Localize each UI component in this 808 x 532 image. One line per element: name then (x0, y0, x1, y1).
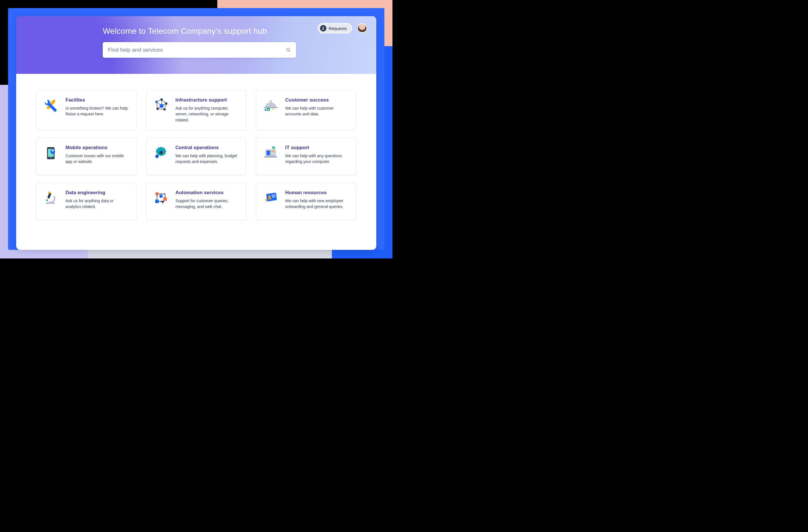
card-infrastructure[interactable]: Infrastructure support Ask us for anythi… (146, 90, 246, 130)
svg-point-11 (160, 104, 164, 108)
card-desc: Support for customer queries, messaging,… (176, 198, 239, 210)
svg-point-7 (161, 98, 163, 101)
svg-marker-48 (265, 199, 267, 202)
search-input[interactable] (108, 47, 286, 53)
search-box[interactable] (103, 42, 296, 58)
requests-button[interactable]: 2 Requests (318, 23, 352, 34)
svg-rect-27 (271, 153, 275, 154)
laptop-icon (263, 145, 279, 161)
card-automation-services[interactable]: Automation services Support for customer… (146, 183, 246, 220)
flowchart-icon (153, 190, 169, 206)
card-title: Automation services (176, 190, 239, 196)
card-desc: We can help with planning, budget reques… (176, 153, 239, 165)
card-title: Data engineering (66, 190, 129, 196)
card-desc: We can help with customer accounts and d… (285, 105, 349, 117)
card-facilities[interactable]: Facilites Is something broken? We can he… (36, 90, 136, 130)
requests-count-badge: 2 (320, 25, 326, 32)
support-hub-window: 2 Requests Welcome to Telecom Company's … (16, 16, 376, 250)
card-central-operations[interactable]: Central operations We can help with plan… (146, 137, 246, 175)
card-title: Central operations (176, 145, 239, 151)
svg-point-28 (272, 146, 275, 149)
card-data-engineering[interactable]: Data engineering Ask us for anything dat… (36, 183, 136, 220)
card-title: IT support (285, 145, 349, 151)
card-mobile-operations[interactable]: Mobile operations Customer issues with o… (36, 137, 136, 175)
card-customer-success[interactable]: Customer success We can help with custom… (256, 90, 356, 130)
svg-point-20 (159, 151, 163, 154)
svg-point-32 (46, 199, 48, 201)
card-it-support[interactable]: IT support We can help with any question… (256, 137, 356, 175)
svg-point-39 (155, 192, 159, 196)
card-desc: Ask us for anything computer, server, ne… (176, 105, 239, 123)
header-right: 2 Requests (318, 23, 367, 34)
cards-area: Facilites Is something broken? We can he… (16, 74, 376, 232)
svg-point-31 (48, 191, 51, 194)
svg-line-1 (289, 51, 290, 52)
phone-icon (43, 145, 59, 161)
svg-point-10 (157, 108, 159, 110)
requests-label: Requests (329, 26, 347, 31)
svg-rect-40 (163, 197, 167, 201)
svg-rect-25 (267, 151, 270, 155)
gear-icon (153, 145, 169, 161)
card-desc: Ask us for anything data or analytics re… (66, 198, 129, 210)
card-desc: Is something broken? We can help. Raise … (66, 105, 129, 117)
svg-rect-26 (271, 151, 275, 152)
card-desc: Customer issues with our mobile app or w… (66, 153, 129, 165)
svg-rect-12 (264, 107, 278, 108)
svg-point-15 (264, 109, 267, 111)
svg-point-22 (156, 155, 158, 157)
svg-point-13 (270, 100, 272, 102)
badge-icon (263, 190, 279, 206)
svg-point-19 (52, 150, 54, 151)
microscope-icon (43, 190, 59, 206)
card-desc: We can help with any questions regarding… (285, 153, 349, 165)
network-icon (153, 97, 169, 113)
svg-rect-42 (155, 200, 159, 203)
user-avatar[interactable] (357, 23, 367, 33)
card-title: Infrastructure support (176, 97, 239, 103)
card-title: Mobile operations (66, 145, 129, 151)
svg-point-6 (155, 101, 158, 103)
hero: 2 Requests Welcome to Telecom Company's … (16, 16, 376, 74)
svg-marker-43 (161, 201, 164, 204)
card-title: Customer success (285, 97, 349, 103)
tools-icon (43, 97, 59, 113)
svg-point-9 (163, 108, 166, 110)
svg-point-8 (165, 103, 167, 105)
card-desc: We can help with new employee onboarding… (285, 198, 349, 210)
cards-grid: Facilites Is something broken? We can he… (36, 90, 356, 220)
svg-point-41 (159, 195, 163, 198)
card-human-resources[interactable]: Human resources We can help with new emp… (256, 183, 356, 220)
svg-point-18 (50, 158, 51, 159)
card-title: Human resources (285, 190, 349, 196)
card-title: Facilites (66, 97, 129, 103)
search-icon (286, 47, 291, 53)
svg-rect-24 (264, 157, 277, 158)
svg-point-0 (287, 48, 290, 51)
cloche-icon (263, 97, 279, 113)
